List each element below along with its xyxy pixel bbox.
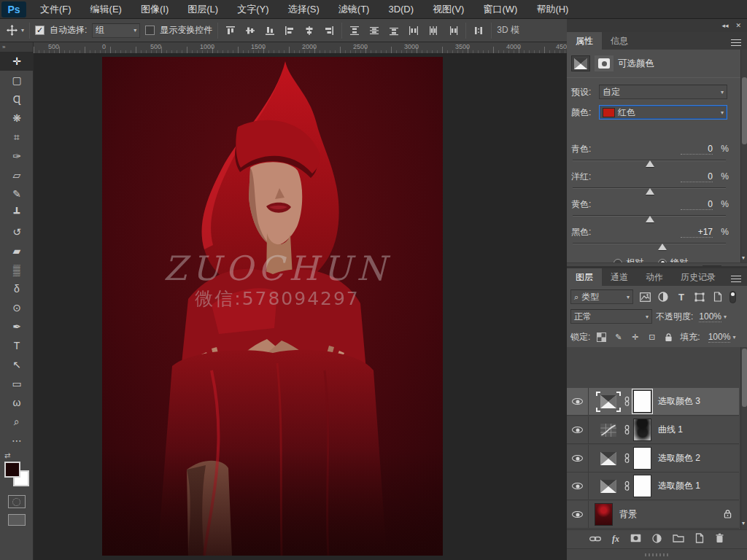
- filter-shape-layers-icon[interactable]: [693, 290, 706, 303]
- scrollbar-thumb[interactable]: [742, 77, 747, 144]
- menu-item-help[interactable]: 帮助(H): [527, 0, 578, 19]
- layer-thumbnail[interactable]: [595, 503, 613, 526]
- layer-row-selective-color-3[interactable]: 选取颜色 3: [567, 388, 739, 416]
- blend-mode-dropdown[interactable]: 正常▾: [570, 309, 652, 324]
- new-layer-icon[interactable]: [695, 533, 704, 545]
- lock-position-icon[interactable]: ✛: [630, 331, 640, 343]
- tool-pen[interactable]: ✒: [0, 317, 34, 336]
- layer-name[interactable]: 背景: [619, 508, 637, 521]
- tool-move[interactable]: ✛: [0, 52, 34, 71]
- lock-transparency-icon[interactable]: [596, 331, 607, 343]
- layer-row-selective-color-2[interactable]: 选取颜色 2: [567, 445, 739, 472]
- toolbar-collapse[interactable]: »: [0, 42, 33, 52]
- tool-quick-select[interactable]: ❋: [0, 109, 34, 128]
- delete-layer-icon[interactable]: [715, 533, 724, 545]
- horizontal-ruler[interactable]: 500 0 500 1000 1500 2000 2500 3000 3500 …: [34, 42, 567, 54]
- visibility-toggle[interactable]: [567, 416, 589, 444]
- foreground-color-swatch[interactable]: [4, 462, 20, 478]
- tool-gradient[interactable]: ▒: [0, 260, 34, 279]
- swap-colors-icon[interactable]: ⇄: [4, 451, 10, 459]
- link-mask-icon[interactable]: [624, 424, 630, 435]
- link-mask-icon[interactable]: [624, 396, 630, 407]
- align-horizontal-center-icon[interactable]: [302, 23, 317, 39]
- tab-channels[interactable]: 通道: [602, 268, 637, 286]
- scrollbar-thumb[interactable]: [742, 349, 747, 407]
- distribute-vertical-center-icon[interactable]: [367, 23, 382, 39]
- canvas-area[interactable]: 500 0 500 1000 1500 2000 2500 3000 3500 …: [34, 42, 567, 560]
- filter-toggle[interactable]: [729, 291, 736, 303]
- tool-lasso[interactable]: Ɋ: [0, 90, 34, 109]
- layer-row-background[interactable]: 背景: [567, 501, 739, 529]
- slider-thumb[interactable]: [646, 216, 654, 222]
- align-bottom-icon[interactable]: [263, 23, 277, 39]
- document-image[interactable]: ZUOCHUN 微信:578094297: [102, 57, 443, 556]
- align-right-icon[interactable]: [322, 23, 336, 39]
- menu-item-select[interactable]: 选择(S): [278, 0, 328, 19]
- distribute-right-icon[interactable]: [446, 23, 460, 39]
- tool-more[interactable]: ⋯: [0, 431, 34, 450]
- slider-thumb[interactable]: [646, 160, 654, 167]
- layer-name[interactable]: 选取颜色 2: [658, 452, 700, 464]
- distribute-horizontal-center-icon[interactable]: [426, 23, 441, 39]
- scroll-down-icon[interactable]: ▾: [742, 520, 745, 526]
- distribute-bottom-icon[interactable]: [387, 23, 401, 39]
- filter-type-layers-icon[interactable]: T: [675, 290, 688, 303]
- lock-artboard-icon[interactable]: ⊡: [646, 331, 657, 343]
- layer-row-curves-1[interactable]: 曲线 1: [567, 416, 739, 444]
- adjustment-thumbnail[interactable]: [596, 420, 621, 440]
- slider-thumb[interactable]: [646, 188, 654, 195]
- tool-hand[interactable]: ω: [0, 393, 34, 412]
- menu-item-type[interactable]: 文字(Y): [228, 0, 278, 19]
- visibility-toggle[interactable]: [567, 472, 589, 500]
- menu-item-layer[interactable]: 图层(L): [178, 0, 228, 19]
- properties-scrollbar[interactable]: ▾: [740, 50, 747, 262]
- link-mask-icon[interactable]: [624, 453, 630, 464]
- layer-name[interactable]: 选取颜色 3: [658, 395, 700, 408]
- tool-history-brush[interactable]: ↺: [0, 222, 34, 241]
- tool-brush[interactable]: ✎: [0, 184, 34, 203]
- tool-type[interactable]: T: [0, 336, 34, 355]
- scroll-down-icon[interactable]: ▾: [742, 254, 745, 261]
- filter-pixel-layers-icon[interactable]: [638, 290, 651, 303]
- align-vertical-center-icon[interactable]: [243, 23, 258, 39]
- align-left-icon[interactable]: [282, 23, 297, 39]
- tab-history[interactable]: 历史记录: [672, 268, 724, 286]
- filter-adjustment-layers-icon[interactable]: [657, 290, 670, 303]
- tool-zoom[interactable]: ⌕: [0, 412, 34, 431]
- panel-menu-icon[interactable]: [731, 39, 741, 46]
- menu-item-view[interactable]: 视图(V): [423, 0, 473, 19]
- layers-scrollbar[interactable]: ▾: [740, 347, 747, 529]
- visibility-toggle[interactable]: [567, 501, 589, 529]
- mask-thumbnail[interactable]: [633, 390, 651, 413]
- tab-info[interactable]: 信息: [602, 32, 637, 50]
- magenta-value[interactable]: 0: [681, 171, 713, 182]
- tool-shape[interactable]: ▭: [0, 374, 34, 393]
- menu-item-filter[interactable]: 滤镜(T): [329, 0, 379, 19]
- distribute-left-icon[interactable]: [406, 23, 421, 39]
- show-transform-checkbox[interactable]: [145, 26, 155, 35]
- filter-type-dropdown[interactable]: ⌕ 类型▾: [570, 289, 633, 304]
- mask-thumbnail[interactable]: [633, 447, 651, 470]
- tab-properties[interactable]: 属性: [567, 32, 602, 50]
- screen-mode-button[interactable]: [8, 514, 26, 526]
- menu-item-3d[interactable]: 3D(D): [379, 0, 423, 19]
- lock-pixels-icon[interactable]: ✎: [613, 331, 624, 343]
- add-mask-icon[interactable]: [630, 534, 641, 545]
- auto-select-dropdown[interactable]: 组▾: [92, 23, 140, 38]
- black-value[interactable]: +17: [681, 227, 713, 238]
- menu-item-edit[interactable]: 编辑(E): [81, 0, 131, 19]
- adjustment-thumbnail[interactable]: [596, 448, 621, 469]
- opacity-dropdown[interactable]: 100%▾: [697, 309, 729, 324]
- filter-smart-objects-icon[interactable]: [711, 290, 724, 303]
- tool-eyedropper[interactable]: ✑: [0, 147, 34, 166]
- distribute-spacing-icon[interactable]: [471, 23, 486, 39]
- cyan-value[interactable]: 0: [681, 144, 713, 155]
- close-panel-icon[interactable]: ✕: [735, 22, 741, 29]
- tab-layers[interactable]: 图层: [567, 268, 602, 286]
- tool-dodge[interactable]: ⊙: [0, 298, 34, 317]
- layer-name[interactable]: 选取颜色 1: [658, 480, 700, 492]
- tool-blur[interactable]: δ: [0, 279, 34, 298]
- yellow-value[interactable]: 0: [681, 199, 713, 210]
- visibility-toggle[interactable]: [567, 445, 589, 472]
- preset-dropdown[interactable]: 自定▾: [599, 85, 727, 99]
